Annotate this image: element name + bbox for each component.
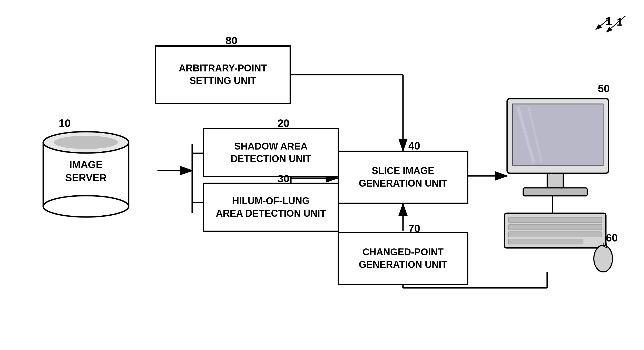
ref1-arrow	[601, 13, 628, 37]
computer-illustration	[502, 93, 625, 285]
ref-40: 40	[408, 140, 420, 152]
svg-rect-27	[523, 188, 587, 196]
slice-image-label: SLICE IMAGEGENERATION UNIT	[359, 165, 447, 190]
slice-image-box: SLICE IMAGEGENERATION UNIT	[338, 151, 468, 204]
hilum-area-box: HILUM-OF-LUNGAREA DETECTION UNIT	[203, 183, 339, 232]
ref-70: 70	[408, 223, 420, 235]
shadow-area-label: SHADOW AREADETECTION UNIT	[231, 140, 311, 165]
ref-80: 80	[226, 35, 238, 47]
ref-30: 30	[278, 173, 290, 185]
svg-point-33	[594, 245, 613, 272]
svg-rect-30	[508, 224, 602, 230]
ref-60: 60	[606, 232, 618, 244]
svg-point-19	[43, 196, 129, 217]
arbitrary-point-box: ARBITRARY-POINTSETTING UNIT	[155, 45, 291, 104]
changed-point-label: CHANGED-POINTGENERATION UNIT	[359, 246, 447, 271]
shadow-area-box: SHADOW AREADETECTION UNIT	[203, 128, 339, 177]
ref-50: 50	[598, 83, 610, 95]
svg-line-17	[607, 16, 625, 32]
ref-10: 10	[59, 117, 71, 129]
changed-point-box: CHANGED-POINTGENERATION UNIT	[338, 232, 468, 285]
arbitrary-point-label: ARBITRARY-POINTSETTING UNIT	[179, 62, 267, 87]
svg-rect-32	[508, 239, 583, 244]
diagram-container: 1 1 IMA	[0, 0, 644, 350]
svg-point-21	[54, 136, 118, 149]
image-server-db: IMAGESERVER	[35, 126, 137, 222]
image-server-label: IMAGESERVER	[65, 159, 107, 183]
hilum-area-label: HILUM-OF-LUNGAREA DETECTION UNIT	[216, 195, 326, 220]
computer-svg	[502, 93, 625, 285]
svg-rect-26	[547, 173, 563, 189]
svg-rect-29	[508, 217, 602, 223]
ref-20: 20	[278, 117, 290, 129]
svg-rect-31	[508, 232, 602, 237]
